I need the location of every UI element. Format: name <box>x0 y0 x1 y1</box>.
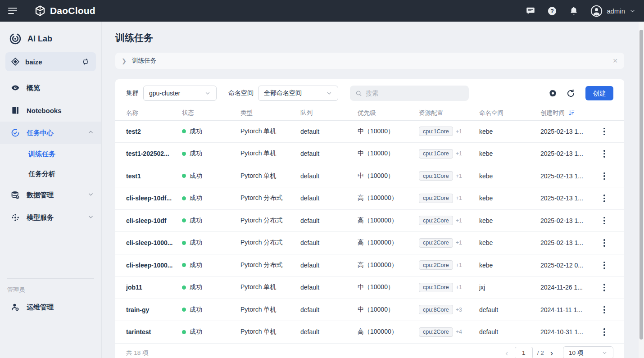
close-icon[interactable]: ✕ <box>612 57 618 64</box>
row-actions-kebab-icon[interactable] <box>602 304 607 316</box>
resource-extra-badge[interactable]: +1 <box>456 128 462 135</box>
sort-descending-icon[interactable] <box>568 109 575 117</box>
row-actions-kebab-icon[interactable] <box>602 171 607 182</box>
table-row: test2成功Pytorch 单机default中（10000）cpu:1Cor… <box>115 121 624 143</box>
sidebar-item-notebooks[interactable]: Notebooks <box>0 99 101 122</box>
queue-cell: default <box>300 328 358 335</box>
status-dot-icon <box>182 330 186 334</box>
breadcrumb-chevron-icon[interactable]: ❯ <box>122 58 127 64</box>
col-resource[interactable]: 资源配置 <box>419 109 479 117</box>
status-dot-icon <box>182 263 186 267</box>
sidebar-item-model-services[interactable]: 模型服务 <box>0 206 101 229</box>
resource-badge[interactable]: cpu:2Core <box>419 260 453 270</box>
row-actions-kebab-icon[interactable] <box>602 282 607 293</box>
resource-extra-badge[interactable]: +1 <box>456 195 462 201</box>
resource-extra-badge[interactable]: +3 <box>456 307 462 313</box>
breadcrumb: ❯ 训练任务 ✕ <box>115 53 624 69</box>
resource-badge[interactable]: cpu:1Core <box>419 149 453 159</box>
job-name-link[interactable]: test1 <box>126 172 182 180</box>
job-name-link[interactable]: test1-202502... <box>126 150 182 157</box>
row-actions-kebab-icon[interactable] <box>602 237 607 249</box>
resource-extra-badge[interactable]: +4 <box>456 329 462 335</box>
search-box[interactable] <box>350 86 469 101</box>
job-name-link[interactable]: test2 <box>126 128 182 135</box>
job-name-link[interactable]: job11 <box>126 284 182 291</box>
cluster-select[interactable]: gpu-cluster <box>143 86 217 101</box>
resource-cell: cpu:1Core+1 <box>419 283 479 292</box>
resource-extra-badge[interactable]: +1 <box>456 218 462 224</box>
page-size-select[interactable]: 10 项 <box>563 346 613 358</box>
type-cell: Pytorch 分布式 <box>240 239 300 247</box>
type-cell: Pytorch 分布式 <box>240 217 300 225</box>
resource-extra-badge[interactable]: +1 <box>456 173 462 179</box>
database-icon <box>11 190 20 199</box>
create-button[interactable]: 创建 <box>585 86 613 100</box>
sidebar-item-label: 运维管理 <box>27 303 54 312</box>
col-type[interactable]: 类型 <box>240 109 300 117</box>
resource-extra-badge[interactable]: +1 <box>456 150 462 157</box>
col-namespace[interactable]: 命名空间 <box>479 109 540 117</box>
row-actions-kebab-icon[interactable] <box>602 193 607 204</box>
resource-badge[interactable]: cpu:2Core <box>419 194 453 203</box>
job-name-link[interactable]: cli-sleep-10df <box>126 217 182 224</box>
menu-icon[interactable] <box>8 8 18 14</box>
refresh-icon[interactable] <box>564 86 577 100</box>
row-actions-kebab-icon[interactable] <box>602 148 607 159</box>
resource-extra-badge[interactable]: +1 <box>456 262 462 268</box>
resource-badge[interactable]: cpu:2Core <box>419 216 453 225</box>
sidebar-item-overview[interactable]: 概览 <box>0 77 101 99</box>
resource-badge[interactable]: cpu:8Core <box>419 305 453 314</box>
col-priority[interactable]: 优先级 <box>358 109 419 117</box>
bell-icon[interactable] <box>569 6 579 16</box>
resource-extra-badge[interactable]: +1 <box>456 240 462 246</box>
row-actions-kebab-icon[interactable] <box>602 326 607 338</box>
page-input[interactable] <box>515 347 533 358</box>
resource-extra-badge[interactable]: +1 <box>456 284 462 290</box>
col-queue[interactable]: 队列 <box>300 109 358 117</box>
row-actions-kebab-icon[interactable] <box>602 215 607 227</box>
user-name: admin <box>607 7 625 15</box>
sidebar-item-data-management[interactable]: 数据管理 <box>0 184 101 206</box>
user-menu[interactable]: admin <box>590 5 636 17</box>
notebook-icon <box>11 106 20 115</box>
namespace-select[interactable]: 全部命名空间 <box>258 86 338 101</box>
row-actions-kebab-icon[interactable] <box>602 260 607 271</box>
help-icon[interactable]: ? <box>547 6 557 16</box>
queue-cell: default <box>300 128 358 135</box>
resource-badge[interactable]: cpu:1Core <box>419 283 453 292</box>
sidebar-item-training-jobs[interactable]: 训练任务 <box>0 144 101 164</box>
switch-workspace-icon[interactable] <box>82 58 90 66</box>
queue-cell: default <box>300 284 358 291</box>
sidebar-item-task-center[interactable]: 任务中心 <box>0 122 101 144</box>
col-status[interactable]: 状态 <box>182 109 240 117</box>
status-cell: 成功 <box>182 306 240 314</box>
next-page-icon[interactable]: › <box>549 348 555 358</box>
cluster-label: 集群 <box>126 89 139 97</box>
sidebar-item-task-analysis[interactable]: 任务分析 <box>0 164 101 184</box>
created-cell: 2024-10-31 1... <box>540 328 595 335</box>
job-name-link[interactable]: tarintest <box>126 328 182 335</box>
job-name-link[interactable]: cli-sleep-1000... <box>126 262 182 269</box>
settings-icon[interactable] <box>546 86 559 100</box>
job-name-link[interactable]: cli-sleep-10df... <box>126 195 182 202</box>
col-name[interactable]: 名称 <box>126 109 182 117</box>
created-cell: 2024-11-26 1... <box>540 284 595 291</box>
workspace-switcher[interactable]: baize <box>5 52 96 71</box>
resource-badge[interactable]: cpu:1Core <box>419 171 453 181</box>
chat-icon[interactable] <box>526 6 535 16</box>
row-actions-kebab-icon[interactable] <box>602 126 607 137</box>
job-name-link[interactable]: cli-sleep-1000... <box>126 239 182 246</box>
sidebar-item-ops-management[interactable]: 运维管理 <box>0 296 101 318</box>
brand[interactable]: DaoCloud <box>34 5 95 17</box>
breadcrumb-item[interactable]: 训练任务 <box>132 57 156 65</box>
page-title: 训练任务 <box>115 32 624 44</box>
resource-badge[interactable]: cpu:2Core <box>419 238 453 248</box>
resource-badge[interactable]: cpu:2Core <box>419 327 453 337</box>
scrollbar-thumb[interactable] <box>639 30 643 340</box>
queue-cell: default <box>300 262 358 269</box>
col-created[interactable]: 创建时间 <box>540 109 565 117</box>
resource-badge[interactable]: cpu:1Core <box>419 127 453 136</box>
job-name-link[interactable]: train-gy <box>126 306 182 313</box>
status-text: 成功 <box>190 150 202 158</box>
search-input[interactable] <box>366 90 463 97</box>
